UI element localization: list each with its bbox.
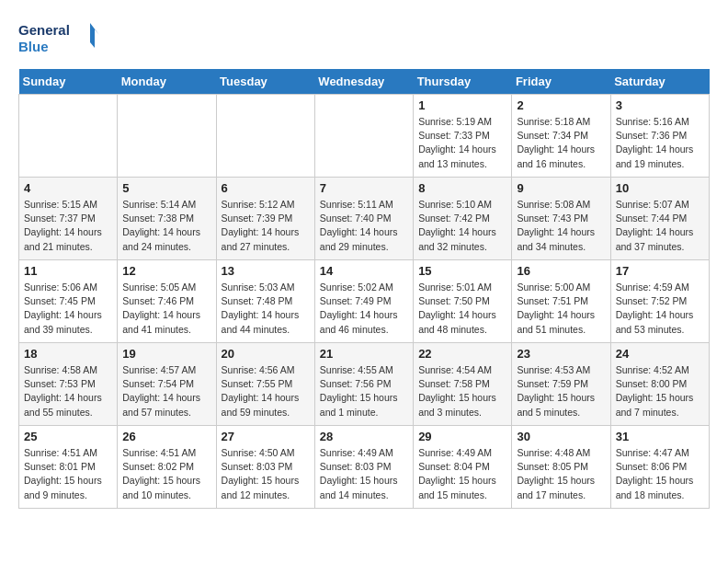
calendar-cell: 21Sunrise: 4:55 AM Sunset: 7:56 PM Dayli… <box>314 343 413 426</box>
weekday-header-row: SundayMondayTuesdayWednesdayThursdayFrid… <box>19 69 710 95</box>
calendar-cell: 23Sunrise: 4:53 AM Sunset: 7:59 PM Dayli… <box>512 343 610 426</box>
calendar-cell: 10Sunrise: 5:07 AM Sunset: 7:44 PM Dayli… <box>610 178 709 260</box>
day-number: 19 <box>122 347 210 361</box>
day-number: 14 <box>320 264 408 278</box>
calendar-cell: 8Sunrise: 5:10 AM Sunset: 7:42 PM Daylig… <box>414 178 512 260</box>
day-number: 15 <box>418 264 506 278</box>
calendar-cell: 25Sunrise: 4:51 AM Sunset: 8:01 PM Dayli… <box>19 426 118 509</box>
day-info: Sunrise: 5:03 AM Sunset: 7:48 PM Dayligh… <box>222 281 310 337</box>
calendar-week-row: 1Sunrise: 5:19 AM Sunset: 7:33 PM Daylig… <box>19 95 710 178</box>
calendar-cell: 28Sunrise: 4:49 AM Sunset: 8:03 PM Dayli… <box>314 426 413 509</box>
day-number: 25 <box>24 430 112 443</box>
day-number: 26 <box>122 430 210 443</box>
day-number: 27 <box>222 430 310 443</box>
calendar-cell: 15Sunrise: 5:01 AM Sunset: 7:50 PM Dayli… <box>414 260 512 343</box>
weekday-header: Sunday <box>19 69 118 95</box>
day-number: 5 <box>122 181 210 195</box>
day-info: Sunrise: 5:11 AM Sunset: 7:40 PM Dayligh… <box>320 198 408 254</box>
day-info: Sunrise: 5:08 AM Sunset: 7:43 PM Dayligh… <box>517 198 605 254</box>
calendar-cell <box>314 95 413 178</box>
day-info: Sunrise: 5:10 AM Sunset: 7:42 PM Dayligh… <box>418 198 506 254</box>
day-number: 24 <box>616 347 704 361</box>
day-info: Sunrise: 4:56 AM Sunset: 7:55 PM Dayligh… <box>222 363 310 419</box>
day-info: Sunrise: 4:51 AM Sunset: 8:01 PM Dayligh… <box>24 446 112 502</box>
day-number: 23 <box>517 347 605 361</box>
calendar-cell: 1Sunrise: 5:19 AM Sunset: 7:33 PM Daylig… <box>414 95 512 178</box>
day-info: Sunrise: 5:07 AM Sunset: 7:44 PM Dayligh… <box>616 198 704 254</box>
day-info: Sunrise: 4:51 AM Sunset: 8:02 PM Dayligh… <box>122 446 210 502</box>
day-info: Sunrise: 5:06 AM Sunset: 7:45 PM Dayligh… <box>24 281 112 337</box>
calendar-cell: 17Sunrise: 4:59 AM Sunset: 7:52 PM Dayli… <box>610 260 709 343</box>
calendar-cell: 27Sunrise: 4:50 AM Sunset: 8:03 PM Dayli… <box>216 426 314 509</box>
day-info: Sunrise: 5:14 AM Sunset: 7:38 PM Dayligh… <box>122 198 210 254</box>
calendar-table: SundayMondayTuesdayWednesdayThursdayFrid… <box>18 69 710 509</box>
day-number: 7 <box>320 181 408 195</box>
day-info: Sunrise: 4:52 AM Sunset: 8:00 PM Dayligh… <box>616 363 704 419</box>
calendar-week-row: 18Sunrise: 4:58 AM Sunset: 7:53 PM Dayli… <box>19 343 710 426</box>
day-number: 28 <box>320 430 408 443</box>
calendar-cell: 13Sunrise: 5:03 AM Sunset: 7:48 PM Dayli… <box>216 260 314 343</box>
weekday-header: Saturday <box>610 69 709 95</box>
day-info: Sunrise: 5:15 AM Sunset: 7:37 PM Dayligh… <box>24 198 112 254</box>
calendar-cell <box>216 95 314 178</box>
calendar-cell: 18Sunrise: 4:58 AM Sunset: 7:53 PM Dayli… <box>19 343 118 426</box>
calendar-cell: 30Sunrise: 4:48 AM Sunset: 8:05 PM Dayli… <box>512 426 610 509</box>
day-info: Sunrise: 4:48 AM Sunset: 8:05 PM Dayligh… <box>517 446 605 502</box>
calendar-cell <box>118 95 216 178</box>
page-header: General Blue <box>18 18 710 60</box>
day-info: Sunrise: 4:54 AM Sunset: 7:58 PM Dayligh… <box>418 363 506 419</box>
day-info: Sunrise: 5:05 AM Sunset: 7:46 PM Dayligh… <box>122 281 210 337</box>
day-number: 1 <box>418 98 506 112</box>
calendar-cell: 16Sunrise: 5:00 AM Sunset: 7:51 PM Dayli… <box>512 260 610 343</box>
day-info: Sunrise: 5:19 AM Sunset: 7:33 PM Dayligh… <box>418 115 506 171</box>
day-number: 30 <box>517 430 605 443</box>
calendar-cell: 29Sunrise: 4:49 AM Sunset: 8:04 PM Dayli… <box>414 426 512 509</box>
day-number: 8 <box>418 181 506 195</box>
weekday-header: Wednesday <box>314 69 413 95</box>
calendar-cell <box>19 95 118 178</box>
logo: General Blue <box>18 18 101 60</box>
calendar-week-row: 25Sunrise: 4:51 AM Sunset: 8:01 PM Dayli… <box>19 426 710 509</box>
day-number: 20 <box>222 347 310 361</box>
day-info: Sunrise: 5:00 AM Sunset: 7:51 PM Dayligh… <box>517 281 605 337</box>
day-info: Sunrise: 5:01 AM Sunset: 7:50 PM Dayligh… <box>418 281 506 337</box>
day-info: Sunrise: 4:50 AM Sunset: 8:03 PM Dayligh… <box>222 446 310 502</box>
day-number: 4 <box>24 181 112 195</box>
calendar-cell: 2Sunrise: 5:18 AM Sunset: 7:34 PM Daylig… <box>512 95 610 178</box>
day-number: 11 <box>24 264 112 278</box>
day-info: Sunrise: 4:58 AM Sunset: 7:53 PM Dayligh… <box>24 363 112 419</box>
calendar-cell: 26Sunrise: 4:51 AM Sunset: 8:02 PM Dayli… <box>118 426 216 509</box>
day-number: 13 <box>222 264 310 278</box>
calendar-cell: 4Sunrise: 5:15 AM Sunset: 7:37 PM Daylig… <box>19 178 118 260</box>
day-number: 18 <box>24 347 112 361</box>
calendar-cell: 9Sunrise: 5:08 AM Sunset: 7:43 PM Daylig… <box>512 178 610 260</box>
day-number: 2 <box>517 98 605 112</box>
day-info: Sunrise: 4:57 AM Sunset: 7:54 PM Dayligh… <box>122 363 210 419</box>
day-number: 10 <box>616 181 704 195</box>
weekday-header: Friday <box>512 69 610 95</box>
calendar-cell: 19Sunrise: 4:57 AM Sunset: 7:54 PM Dayli… <box>118 343 216 426</box>
calendar-cell: 11Sunrise: 5:06 AM Sunset: 7:45 PM Dayli… <box>19 260 118 343</box>
calendar-week-row: 4Sunrise: 5:15 AM Sunset: 7:37 PM Daylig… <box>19 178 710 260</box>
svg-marker-2 <box>90 23 99 48</box>
svg-text:General: General <box>18 22 70 38</box>
day-number: 22 <box>418 347 506 361</box>
calendar-cell: 14Sunrise: 5:02 AM Sunset: 7:49 PM Dayli… <box>314 260 413 343</box>
calendar-cell: 24Sunrise: 4:52 AM Sunset: 8:00 PM Dayli… <box>610 343 709 426</box>
day-number: 9 <box>517 181 605 195</box>
day-info: Sunrise: 4:47 AM Sunset: 8:06 PM Dayligh… <box>616 446 704 502</box>
day-number: 17 <box>616 264 704 278</box>
day-number: 12 <box>122 264 210 278</box>
day-number: 3 <box>616 98 704 112</box>
calendar-cell: 6Sunrise: 5:12 AM Sunset: 7:39 PM Daylig… <box>216 178 314 260</box>
weekday-header: Thursday <box>414 69 512 95</box>
calendar-cell: 31Sunrise: 4:47 AM Sunset: 8:06 PM Dayli… <box>610 426 709 509</box>
calendar-cell: 7Sunrise: 5:11 AM Sunset: 7:40 PM Daylig… <box>314 178 413 260</box>
day-info: Sunrise: 4:59 AM Sunset: 7:52 PM Dayligh… <box>616 281 704 337</box>
calendar-cell: 5Sunrise: 5:14 AM Sunset: 7:38 PM Daylig… <box>118 178 216 260</box>
svg-text:Blue: Blue <box>18 39 49 54</box>
day-info: Sunrise: 5:16 AM Sunset: 7:36 PM Dayligh… <box>616 115 704 171</box>
day-info: Sunrise: 4:49 AM Sunset: 8:04 PM Dayligh… <box>418 446 506 502</box>
day-info: Sunrise: 5:18 AM Sunset: 7:34 PM Dayligh… <box>517 115 605 171</box>
day-number: 29 <box>418 430 506 443</box>
